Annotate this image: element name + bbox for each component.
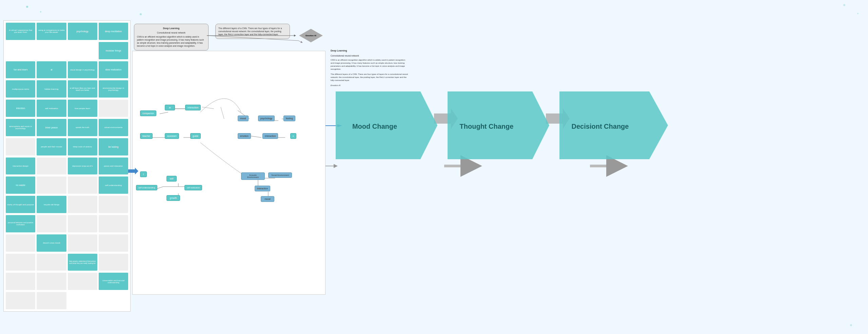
sticky-note-30[interactable]: no waste xyxy=(6,176,35,194)
mm-node-mood-bottom[interactable]: mood xyxy=(261,196,274,202)
mm-node-acoustic-env[interactable]: Acoustic Environment xyxy=(241,172,265,180)
sticky-note-50[interactable] xyxy=(6,273,35,290)
sticky-note-28[interactable]: depression snap out of it xyxy=(68,158,97,175)
sticky-note-47[interactable] xyxy=(37,254,66,271)
mm-node-x[interactable]: x xyxy=(290,133,296,139)
sticky-note-40[interactable] xyxy=(68,215,97,232)
sticky-note-25[interactable]: be lasting xyxy=(99,138,128,155)
mindmap-container: ai interaction companion teacher assista… xyxy=(132,51,326,295)
decision-change-arrow: Decisiont Change xyxy=(559,75,675,178)
sticky-note-43[interactable]: discern ones mood xyxy=(37,234,66,252)
sticky-note-7[interactable]: ai xyxy=(37,61,66,79)
mm-node-self-understanding[interactable]: self understanding xyxy=(136,185,157,190)
svg-line-9 xyxy=(221,107,224,119)
sticky-note-21[interactable]: virtual environments xyxy=(99,119,128,136)
sticky-note-38[interactable]: personal behavior and positive motivatio… xyxy=(6,215,35,232)
sticky-note-52[interactable] xyxy=(68,273,97,290)
mm-node-emotion[interactable]: emotion xyxy=(238,133,251,139)
sticky-note-44[interactable] xyxy=(68,234,97,252)
thought-arrow-svg: Thought Change xyxy=(448,75,556,176)
sticky-note-12[interactable]: ai will learn likes you learn and teach … xyxy=(68,80,97,98)
svg-point-0 xyxy=(26,6,28,8)
mm-node-companion[interactable]: companion xyxy=(140,110,156,116)
blue-arrow xyxy=(128,168,138,176)
sticky-note-9[interactable]: slow realization xyxy=(99,61,128,79)
dl-body: CNN is an efficient recognition algorith… xyxy=(137,35,205,47)
sticky-note-17[interactable] xyxy=(99,100,128,117)
sticky-note-36[interactable] xyxy=(68,196,97,213)
right-info-title: Deep Learning xyxy=(331,49,409,53)
sticky-note-26[interactable]: interactive design xyxy=(6,158,35,175)
sticky-note-16[interactable]: how people learn xyxy=(68,100,97,117)
sticky-note-54[interactable] xyxy=(6,292,35,309)
svg-marker-29 xyxy=(128,168,138,174)
svg-line-23 xyxy=(250,136,261,138)
main-canvas: in virtual / experience that you learn f… xyxy=(0,0,868,334)
svg-text:Thought Change: Thought Change xyxy=(460,123,514,130)
sticky-note-11[interactable]: hidden learning xyxy=(37,80,66,98)
cnn-body: The different layers of a CNN. There are… xyxy=(218,27,287,36)
mm-node-interaction-right[interactable]: interaction xyxy=(262,133,278,139)
sticky-note-3[interactable]: psychology xyxy=(68,23,97,40)
emotion-ai-text: Emotion AI xyxy=(305,35,316,37)
mm-node-assistant[interactable]: assistant xyxy=(165,133,179,139)
mm-node-interaction-bottom[interactable]: interaction xyxy=(255,186,270,191)
sticky-note-8[interactable]: visual design in psychology xyxy=(68,61,97,79)
mm-node-guide[interactable]: guide xyxy=(190,133,201,139)
sticky-note-31[interactable] xyxy=(37,176,66,194)
sticky-note-34[interactable]: clarity of thought and purpose xyxy=(6,196,35,213)
svg-line-8 xyxy=(202,107,214,109)
mm-node-psychology[interactable]: psychology xyxy=(258,116,275,121)
sticky-note-13[interactable]: environmental design in psychology xyxy=(99,80,128,98)
sticky-notes-panel: in virtual / experience that you learn f… xyxy=(3,20,131,312)
sticky-note-46[interactable] xyxy=(6,254,35,271)
sticky-note-39[interactable] xyxy=(37,215,66,232)
sticky-note-35[interactable]: recycle old things xyxy=(37,196,66,213)
right-info-para1: CNN is an efficient recognition algorith… xyxy=(331,59,409,71)
mm-node-interaction-top[interactable]: interaction xyxy=(185,105,201,110)
sticky-note-55[interactable] xyxy=(37,292,66,309)
sticky-note-51[interactable] xyxy=(37,273,66,290)
sticky-note-29[interactable]: peace and relaxation xyxy=(99,158,128,175)
dl-subtitle: Convolutional neural network xyxy=(137,31,205,34)
sticky-note-10[interactable]: multipurpose items xyxy=(6,80,35,98)
sticky-note-22[interactable] xyxy=(6,138,35,155)
dl-title: Deep Learning xyxy=(137,27,205,30)
mm-node-social-env[interactable]: Social Environment xyxy=(268,172,292,178)
mm-node-self[interactable]: self xyxy=(166,176,177,182)
thought-change-arrow: Thought Change xyxy=(448,75,556,178)
sticky-note-19[interactable]: inner peace xyxy=(37,119,66,136)
sticky-note-24[interactable]: deep roots of actions xyxy=(68,138,97,155)
mm-node-mood-top[interactable]: mood xyxy=(238,116,249,121)
sticky-note-18[interactable]: atmosphere and music in psychology xyxy=(6,119,35,136)
sticky-note-6[interactable]: fun and learn xyxy=(6,61,35,79)
decision-arrow-svg: Decisiont Change xyxy=(559,75,675,176)
sticky-note-42[interactable] xyxy=(6,234,35,252)
sticky-note-23[interactable]: people and their moods xyxy=(37,138,66,155)
sticky-note-14[interactable]: intention xyxy=(6,100,35,117)
sticky-note-45[interactable] xyxy=(99,234,128,252)
sticky-note-1[interactable]: in virtual / experience that you learn f… xyxy=(6,23,35,40)
mm-node-self-realization[interactable]: self realization xyxy=(184,185,202,190)
sticky-note-27[interactable] xyxy=(37,158,66,175)
sticky-note-2[interactable]: using ai companions to make your life ea… xyxy=(37,23,66,40)
mm-node-ai[interactable]: ai xyxy=(165,105,175,110)
sticky-note-49[interactable] xyxy=(99,254,128,271)
mm-node-growth[interactable]: growth xyxy=(166,195,180,201)
blue-arrow-svg xyxy=(128,168,138,174)
svg-text:Decisiont Change: Decisiont Change xyxy=(572,123,629,130)
mm-node-t[interactable]: t xyxy=(140,171,147,177)
sticky-note-41[interactable] xyxy=(99,215,128,232)
sticky-note-20[interactable]: speak the truth xyxy=(68,119,97,136)
mm-node-feeling[interactable]: feeling xyxy=(283,116,295,121)
sticky-note-37[interactable] xyxy=(99,196,128,213)
sticky-note-5[interactable]: modular things xyxy=(99,42,128,59)
sticky-note-4[interactable]: deep meditation xyxy=(99,23,128,40)
sticky-note-32[interactable] xyxy=(68,176,97,194)
sticky-note-48[interactable]: help people understand themselves and wh… xyxy=(68,254,97,271)
sticky-note-33[interactable]: self understanding xyxy=(99,176,128,194)
svg-point-1 xyxy=(40,11,41,13)
sticky-note-53[interactable]: conversation and trust and understanding xyxy=(99,273,128,290)
mm-node-teacher[interactable]: teacher xyxy=(140,133,153,139)
sticky-note-15[interactable]: self motivation xyxy=(37,100,66,117)
